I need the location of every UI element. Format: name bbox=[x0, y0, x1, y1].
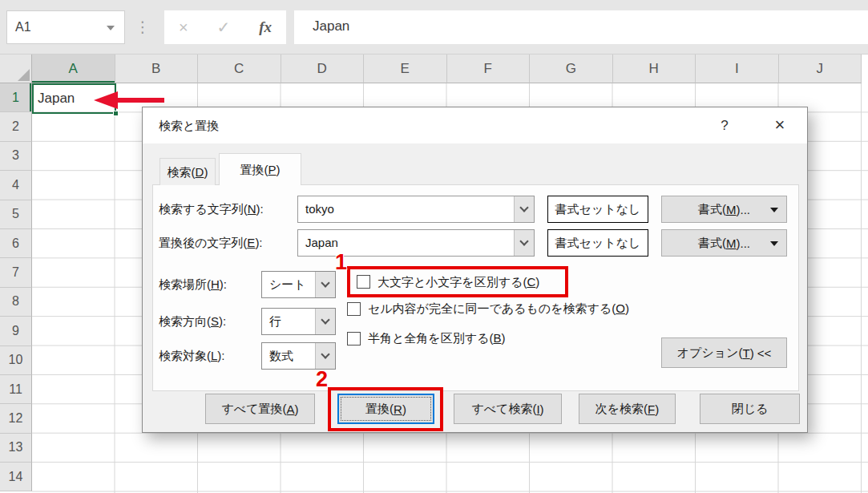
direction-dropdown[interactable] bbox=[315, 309, 335, 334]
row-header-13[interactable]: 13 bbox=[0, 434, 32, 463]
chevron-down-icon bbox=[519, 236, 528, 245]
tab-replace[interactable]: 置換(P) bbox=[219, 153, 301, 185]
insert-function-icon[interactable]: fx bbox=[259, 18, 272, 36]
options-button[interactable]: オプション(T) << bbox=[661, 337, 787, 368]
within-label: 検索場所(H): bbox=[159, 271, 227, 298]
column-header-c[interactable]: C bbox=[198, 55, 281, 83]
row-header-2[interactable]: 2 bbox=[0, 112, 32, 141]
replace-format-preview: 書式セットなし bbox=[547, 229, 648, 257]
caret-down-icon bbox=[770, 208, 778, 212]
match-entire-checkbox[interactable] bbox=[347, 302, 361, 316]
cancel-icon[interactable]: × bbox=[179, 18, 188, 37]
direction-value: 行 bbox=[269, 309, 281, 334]
replace-with-dropdown[interactable] bbox=[514, 230, 534, 256]
name-box[interactable]: A1 bbox=[6, 10, 125, 44]
match-entire-row: セル内容が完全に同一であるものを検索する(O) bbox=[347, 300, 629, 317]
find-what-label: 検索する文字列(N): bbox=[159, 196, 264, 223]
lookin-dropdown[interactable] bbox=[315, 343, 335, 369]
row-headers: 1 2 3 4 5 6 7 8 9 10 11 12 13 14 bbox=[0, 83, 32, 493]
row-header-1[interactable]: 1 bbox=[0, 83, 32, 112]
find-all-button[interactable]: すべて検索(I) bbox=[454, 394, 562, 424]
lookin-value: 数式 bbox=[269, 343, 293, 369]
row-header-8[interactable]: 8 bbox=[0, 288, 32, 317]
find-replace-dialog: 検索と置換 ? × 検索(D) 置換(P) 検索する文字列(N): tokyo … bbox=[142, 107, 808, 433]
find-what-input[interactable]: tokyo bbox=[297, 196, 535, 223]
chevron-down-icon bbox=[321, 350, 329, 358]
annotation-step-1: 1 bbox=[335, 252, 347, 273]
find-what-value: tokyo bbox=[305, 196, 334, 222]
row-header-9[interactable]: 9 bbox=[0, 317, 32, 346]
formula-bar[interactable]: Japan bbox=[294, 10, 868, 44]
row-header-10[interactable]: 10 bbox=[0, 346, 32, 375]
column-header-a[interactable]: A bbox=[32, 55, 115, 83]
match-width-checkbox[interactable] bbox=[347, 332, 361, 346]
column-header-d[interactable]: D bbox=[281, 55, 365, 83]
toolbar: A1 ⋮ × ✓ fx Japan bbox=[0, 0, 868, 55]
replace-button[interactable]: 置換(R) bbox=[337, 394, 434, 424]
fill-handle-square bbox=[113, 111, 119, 116]
column-headers: A B C D E F G H I J bbox=[0, 55, 868, 83]
column-header-e[interactable]: E bbox=[364, 55, 447, 83]
annotation-box-match-case: 大文字と小文字を区別する(C) bbox=[347, 266, 568, 297]
fill-handle[interactable] bbox=[113, 111, 119, 116]
name-box-value: A1 bbox=[15, 20, 31, 34]
excel-window: A1 ⋮ × ✓ fx Japan A B C D E F G H I J 1 … bbox=[0, 0, 868, 493]
match-width-row: 半角と全角を区別する(B) bbox=[347, 329, 505, 347]
match-case-checkbox[interactable] bbox=[357, 275, 370, 289]
row-header-14[interactable]: 14 bbox=[0, 463, 32, 491]
replace-format-button[interactable]: 書式(M)... bbox=[661, 229, 787, 257]
help-icon[interactable]: ? bbox=[713, 107, 737, 143]
name-box-dropdown-icon[interactable] bbox=[107, 26, 115, 30]
caret-down-icon bbox=[770, 241, 778, 246]
match-case-label[interactable]: 大文字と小文字を区別する(C) bbox=[377, 274, 539, 290]
tab-find[interactable]: 検索(D) bbox=[159, 158, 216, 185]
replace-with-value: Japan bbox=[305, 230, 338, 256]
chevron-down-icon bbox=[321, 278, 329, 287]
row-header-12[interactable]: 12 bbox=[0, 404, 32, 433]
close-icon[interactable]: × bbox=[764, 107, 796, 143]
replace-with-label: 置換後の文字列(E): bbox=[159, 229, 263, 257]
close-button[interactable]: 閉じる bbox=[700, 394, 800, 424]
row-header-11[interactable]: 11 bbox=[0, 375, 32, 404]
within-value: シート bbox=[269, 272, 306, 297]
annotation-step-2: 2 bbox=[316, 369, 328, 390]
direction-select[interactable]: 行 bbox=[261, 308, 336, 335]
chevron-down-icon bbox=[519, 203, 528, 212]
match-entire-label[interactable]: セル内容が完全に同一であるものを検索する(O) bbox=[368, 301, 629, 317]
row-header-3[interactable]: 3 bbox=[0, 142, 32, 171]
row-header-6[interactable]: 6 bbox=[0, 229, 32, 258]
direction-label: 検索方向(S): bbox=[159, 308, 226, 335]
toolbar-separator-icon: ⋮ bbox=[135, 11, 151, 43]
find-format-preview: 書式セットなし bbox=[547, 196, 648, 223]
replace-all-button[interactable]: すべて置換(A) bbox=[205, 394, 315, 424]
find-format-button[interactable]: 書式(M)... bbox=[661, 196, 787, 223]
formula-buttons: × ✓ fx bbox=[164, 10, 286, 44]
row-header-5[interactable]: 5 bbox=[0, 200, 32, 229]
match-width-label[interactable]: 半角と全角を区別する(B) bbox=[368, 330, 505, 346]
select-all-button[interactable] bbox=[0, 55, 32, 83]
within-dropdown[interactable] bbox=[315, 272, 335, 297]
row-header-7[interactable]: 7 bbox=[0, 258, 32, 287]
column-header-j[interactable]: J bbox=[779, 55, 862, 83]
replace-with-input[interactable]: Japan bbox=[297, 229, 535, 257]
column-header-b[interactable]: B bbox=[115, 55, 199, 83]
column-header-h[interactable]: H bbox=[613, 55, 696, 83]
column-header-g[interactable]: G bbox=[530, 55, 613, 83]
dialog-titlebar[interactable]: 検索と置換 ? × bbox=[143, 107, 807, 143]
select-all-triangle-icon bbox=[18, 69, 30, 81]
row-header-4[interactable]: 4 bbox=[0, 171, 32, 200]
within-select[interactable]: シート bbox=[261, 271, 336, 298]
lookin-select[interactable]: 数式 bbox=[261, 342, 336, 370]
column-header-i[interactable]: I bbox=[696, 55, 779, 83]
chevron-down-icon bbox=[321, 315, 329, 324]
column-header-f[interactable]: F bbox=[447, 55, 531, 83]
find-what-dropdown[interactable] bbox=[514, 196, 534, 222]
dialog-title: 検索と置換 bbox=[159, 107, 219, 143]
lookin-label: 検索対象(L): bbox=[159, 342, 225, 370]
enter-icon[interactable]: ✓ bbox=[217, 18, 231, 37]
find-next-button[interactable]: 次を検索(F) bbox=[579, 394, 676, 424]
